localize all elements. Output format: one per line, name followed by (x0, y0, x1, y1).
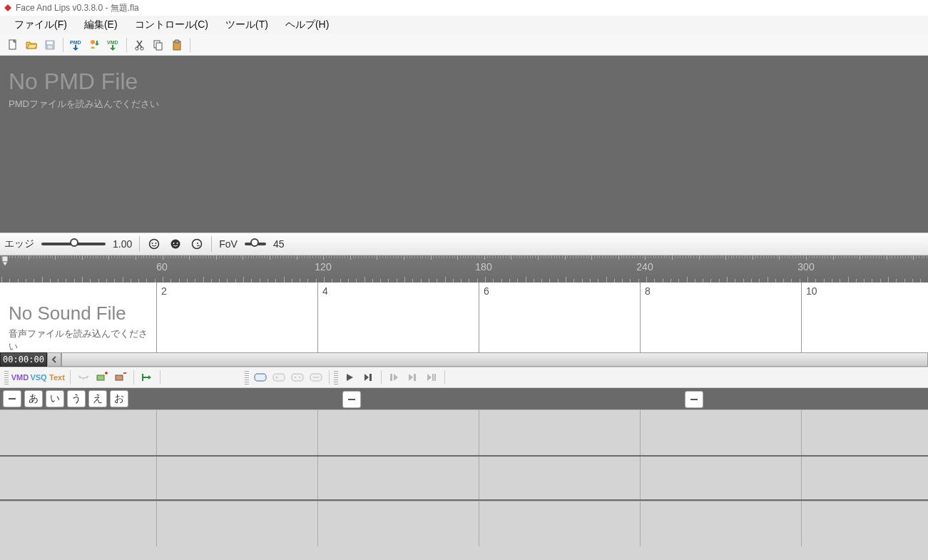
save-file-button[interactable] (41, 36, 58, 54)
remove-key-button[interactable] (112, 369, 129, 386)
frame-ruler[interactable]: 60120180240300 (0, 255, 928, 282)
track-row[interactable] (0, 409, 928, 455)
track-cell[interactable] (156, 409, 317, 455)
model-import-icon (88, 39, 101, 51)
svg-point-5 (91, 40, 95, 44)
kana-collapse-button[interactable] (3, 390, 21, 407)
play-range-button[interactable] (404, 369, 422, 386)
menu-help[interactable]: ヘルプ(H) (277, 16, 337, 34)
face-side-icon (191, 238, 203, 250)
kana-o-button[interactable]: お (110, 390, 128, 407)
eye-half-icon (77, 373, 90, 382)
remove-key-icon (114, 372, 127, 383)
edge-slider[interactable] (41, 243, 106, 245)
svg-rect-27 (292, 374, 303, 381)
seconds-ruler[interactable]: 246810 (0, 282, 928, 298)
step-forward-button[interactable] (360, 369, 377, 386)
sound-waveform[interactable] (155, 298, 928, 352)
track-cell[interactable] (640, 501, 801, 546)
kana-collapse-button[interactable] (685, 391, 703, 408)
toolbar-grip (245, 370, 249, 385)
fov-value: 45 (273, 238, 285, 250)
menu-file[interactable]: ファイル(F) (6, 16, 76, 34)
sound-subtitle: 音声ファイルを読み込んでください (9, 325, 155, 353)
menu-tool[interactable]: ツール(T) (217, 16, 277, 34)
timeline-tracks[interactable] (0, 409, 928, 560)
blink-button[interactable] (75, 369, 92, 386)
track-cell[interactable] (0, 409, 156, 455)
svg-point-20 (197, 243, 198, 244)
app-icon (3, 3, 13, 13)
track-cell[interactable] (156, 501, 317, 546)
toolbar-grip (334, 370, 338, 385)
pmd-import-button[interactable]: PMD (68, 36, 85, 54)
model-import-button[interactable] (86, 36, 103, 54)
frame-ruler-label: 180 (475, 261, 491, 273)
mouth-shape-3-icon (290, 372, 305, 383)
svg-rect-35 (434, 374, 436, 381)
kana-a-button[interactable]: あ (24, 390, 43, 407)
play-range-end-button[interactable] (423, 369, 440, 386)
mouth-shape-1-button[interactable] (252, 369, 269, 386)
track-cell[interactable] (156, 457, 317, 499)
kana-row: あ い う え お (0, 388, 928, 409)
track-cell[interactable] (317, 501, 479, 546)
face-side-button[interactable] (190, 237, 204, 251)
text-icon: Text (49, 373, 65, 382)
svg-point-16 (171, 240, 180, 249)
insert-key-icon (96, 372, 108, 383)
menu-edit[interactable]: 編集(E) (76, 16, 126, 34)
step-forward-icon (362, 372, 374, 382)
vsq-track-button[interactable]: VSQ (30, 369, 47, 386)
track-cell[interactable] (801, 457, 928, 499)
track-cell[interactable] (479, 457, 640, 499)
vmd-import-button[interactable]: VMD (105, 36, 122, 54)
track-cell[interactable] (479, 409, 640, 455)
mouth-shape-2-button[interactable] (270, 369, 287, 386)
track-cell[interactable] (640, 409, 801, 455)
track-cell[interactable] (0, 457, 156, 499)
menu-control[interactable]: コントロール(C) (126, 16, 217, 34)
face-front-button[interactable] (147, 237, 161, 251)
track-cell[interactable] (317, 409, 479, 455)
kana-e-button[interactable]: え (88, 390, 107, 407)
svg-rect-34 (432, 374, 434, 381)
face-center-icon (170, 238, 181, 250)
svg-rect-10 (156, 43, 162, 50)
track-cell[interactable] (0, 501, 156, 546)
minus-icon (348, 399, 355, 400)
open-file-icon (26, 39, 37, 51)
kana-i-button[interactable]: い (46, 390, 64, 407)
copy-button[interactable] (150, 36, 167, 54)
play-range-start-button[interactable] (386, 369, 403, 386)
vmd-track-button[interactable]: VMD (11, 369, 29, 386)
face-center-button[interactable] (168, 237, 183, 251)
goto-key-icon (141, 372, 153, 383)
horizontal-scrollbar[interactable] (61, 352, 928, 367)
scroll-left-button[interactable] (47, 352, 61, 367)
track-row[interactable] (0, 501, 928, 546)
insert-key-button[interactable] (93, 369, 111, 386)
paste-button[interactable] (168, 36, 185, 54)
toolbar-separator (63, 38, 63, 52)
new-file-button[interactable] (4, 36, 21, 54)
track-cell[interactable] (479, 501, 640, 546)
play-button[interactable] (341, 369, 358, 386)
text-track-button[interactable]: Text (49, 369, 66, 386)
mouth-shape-4-button[interactable] (307, 369, 325, 386)
open-file-button[interactable] (23, 36, 40, 54)
cut-button[interactable] (131, 36, 148, 54)
fov-slider[interactable] (245, 243, 266, 245)
playhead-indicator[interactable] (1, 255, 10, 269)
track-row[interactable] (0, 455, 928, 501)
mouth-shape-3-button[interactable] (289, 369, 306, 386)
track-cell[interactable] (317, 457, 479, 499)
track-cell[interactable] (801, 501, 928, 546)
separator (329, 370, 330, 385)
goto-key-button[interactable] (138, 369, 155, 386)
kana-u-button[interactable]: う (67, 390, 86, 407)
track-cell[interactable] (801, 409, 928, 455)
kana-collapse-button[interactable] (342, 391, 361, 408)
save-file-icon (44, 39, 56, 51)
track-cell[interactable] (640, 457, 801, 499)
